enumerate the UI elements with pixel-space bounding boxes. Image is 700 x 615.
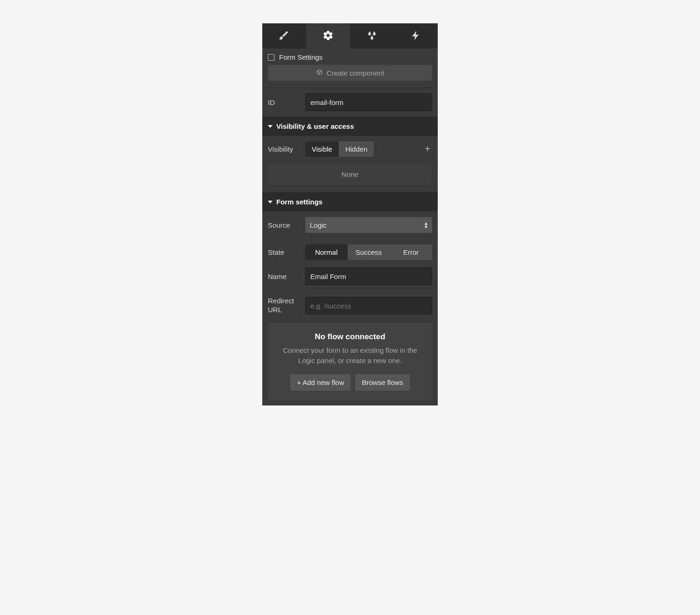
- flow-empty-title: No flow connected: [275, 332, 425, 342]
- source-row: Source Logic ▴▾: [262, 211, 438, 238]
- panel-tabs: [262, 23, 438, 49]
- section-visibility-header[interactable]: Visibility & user access: [262, 117, 438, 136]
- state-label: State: [268, 248, 301, 256]
- flow-empty-state: No flow connected Connect your form to a…: [268, 323, 432, 400]
- name-row: Name: [262, 266, 438, 291]
- section-form-title: Form settings: [276, 198, 322, 206]
- brush-icon: [279, 30, 290, 42]
- visibility-conditions-empty[interactable]: None: [268, 162, 432, 186]
- id-input[interactable]: [305, 93, 432, 111]
- settings-panel: Form Settings Create component ID Visibi…: [262, 23, 438, 405]
- redirect-label-line2: URL: [268, 306, 282, 314]
- redirect-label: Redirect URL: [268, 297, 301, 314]
- chevron-down-icon: [268, 201, 273, 203]
- section-visibility-title: Visibility & user access: [276, 122, 354, 130]
- visibility-option-visible[interactable]: Visible: [305, 141, 339, 157]
- name-label: Name: [268, 273, 301, 280]
- name-input[interactable]: [305, 267, 432, 285]
- add-visibility-condition-button[interactable]: +: [423, 144, 432, 154]
- tab-interactions[interactable]: [394, 23, 438, 49]
- redirect-row: Redirect URL: [262, 291, 438, 320]
- droplets-icon: [366, 30, 378, 42]
- state-option-success[interactable]: Success: [348, 245, 390, 260]
- visibility-segmented: Visible Hidden: [305, 141, 374, 157]
- browse-flows-button[interactable]: Browse flows: [355, 374, 409, 391]
- redirect-label-line1: Redirect: [268, 297, 294, 305]
- flow-empty-description: Connect your form to an existing flow in…: [275, 345, 425, 366]
- tab-style[interactable]: [262, 23, 306, 49]
- chevron-down-icon: [268, 125, 273, 128]
- redirect-url-input[interactable]: [305, 297, 432, 314]
- gear-icon: [322, 30, 334, 42]
- add-new-flow-button[interactable]: + Add new flow: [290, 374, 350, 391]
- source-select-value: Logic: [310, 221, 327, 229]
- state-row: State Normal Success Error: [262, 239, 438, 266]
- state-option-error[interactable]: Error: [390, 245, 432, 260]
- visibility-option-hidden[interactable]: Hidden: [339, 141, 374, 157]
- create-component-button[interactable]: Create component: [268, 65, 432, 81]
- create-component-label: Create component: [327, 69, 384, 77]
- source-label: Source: [268, 221, 301, 229]
- visibility-row: Visibility Visible Hidden +: [262, 136, 438, 162]
- bolt-icon: [410, 30, 421, 42]
- element-type-icon: [268, 54, 274, 61]
- id-row: ID: [262, 88, 438, 117]
- cube-icon: [316, 69, 323, 77]
- state-segmented: Normal Success Error: [305, 245, 432, 260]
- element-name: Form Settings: [279, 53, 322, 61]
- visibility-label: Visibility: [268, 145, 301, 153]
- tab-settings[interactable]: [306, 23, 350, 49]
- state-option-normal[interactable]: Normal: [305, 245, 348, 260]
- tab-effects[interactable]: [350, 23, 394, 49]
- element-header: Form Settings: [262, 49, 438, 65]
- visibility-conditions-none-label: None: [342, 170, 358, 178]
- section-form-header[interactable]: Form settings: [262, 192, 438, 211]
- source-select[interactable]: Logic: [305, 217, 432, 233]
- source-select-wrap: Logic ▴▾: [305, 217, 432, 233]
- flow-buttons: + Add new flow Browse flows: [275, 374, 425, 391]
- id-label: ID: [268, 98, 301, 106]
